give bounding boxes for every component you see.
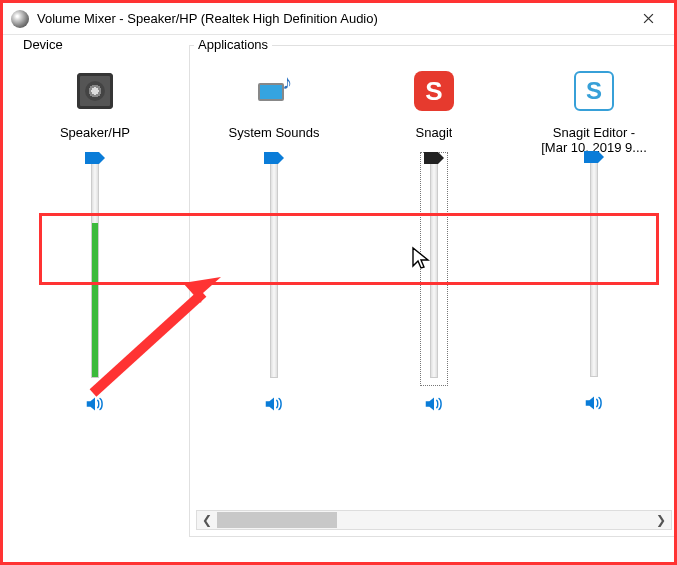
snagit-editor-icon[interactable]: S [570,67,618,115]
scroll-left-button[interactable]: ❮ [197,513,217,527]
app-mute-button[interactable] [420,392,448,416]
close-icon [643,13,654,24]
scrollbar-thumb[interactable] [217,512,337,528]
app-volume-slider[interactable] [260,158,288,378]
scrollbar-track[interactable] [217,511,651,529]
applications-scrollbar[interactable]: ❮ ❯ [196,510,672,530]
app-label[interactable]: Snagit [416,125,453,140]
applications-group-label: Applications [194,37,272,52]
app-column-snagit: S Snagit [354,61,514,511]
device-label[interactable]: Speaker/HP [60,125,130,140]
slider-thumb-icon [584,151,604,163]
applications-columns: ♪ System Sounds S Snagit [194,61,674,511]
app-mute-button[interactable] [260,392,288,416]
speaker-on-icon [84,393,106,415]
device-group: Device Speaker/HP [15,45,175,537]
device-mute-button[interactable] [81,392,109,416]
snagit-icon[interactable]: S [410,67,458,115]
speaker-on-icon [423,393,445,415]
speaker-on-icon [583,392,605,414]
app-mute-button[interactable] [580,391,608,415]
device-volume-slider[interactable] [81,158,109,378]
device-speaker-icon[interactable] [71,67,119,115]
device-level-indicator [92,223,98,377]
device-column: Speaker/HP [19,61,171,511]
app-volume-slider[interactable] [580,157,608,377]
app-label[interactable]: System Sounds [228,125,319,140]
window-titlebar: Volume Mixer - Speaker/HP (Realtek High … [3,3,674,35]
applications-group: Applications ♪ System Sounds S [189,45,677,537]
window-title: Volume Mixer - Speaker/HP (Realtek High … [37,11,378,26]
app-column-snagit-editor: S Snagit Editor - [Mar 10, 2019 9.... [514,61,674,511]
volume-mixer-icon [11,10,29,28]
slider-thumb-icon [424,152,444,164]
app-column-system-sounds: ♪ System Sounds [194,61,354,511]
app-volume-slider[interactable] [420,158,448,378]
close-button[interactable] [626,3,670,33]
slider-thumb-icon [264,152,284,164]
slider-thumb-icon [85,152,105,164]
system-sounds-icon[interactable]: ♪ [250,67,298,115]
device-group-label: Device [19,37,67,52]
scroll-right-button[interactable]: ❯ [651,513,671,527]
speaker-on-icon [263,393,285,415]
